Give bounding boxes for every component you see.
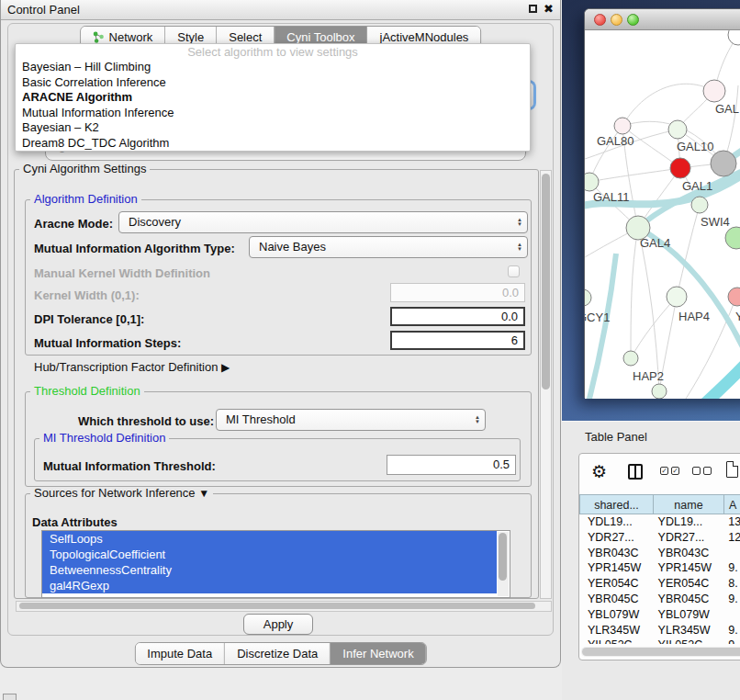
- attribute-item-selected[interactable]: BetweennessCentrality: [42, 562, 497, 578]
- export-table-icon[interactable]: [726, 461, 738, 478]
- cell-name[interactable]: YDR27...: [654, 530, 725, 546]
- column-header-partial[interactable]: A: [723, 494, 740, 514]
- cell-shared-name[interactable]: YBR043C: [579, 546, 654, 561]
- node-swi4[interactable]: [691, 197, 708, 213]
- table-row[interactable]: YBL079W YBL079W: [579, 607, 740, 623]
- cell-name[interactable]: YER054C: [654, 576, 725, 592]
- manual-kernel-checkbox[interactable]: [508, 265, 520, 277]
- network-window-titlebar[interactable]: [585, 9, 740, 30]
- cell-name[interactable]: YBR045C: [654, 592, 725, 607]
- table-row[interactable]: YBR043C YBR043C: [579, 546, 740, 561]
- node-y[interactable]: [728, 288, 740, 306]
- network-canvas[interactable]: GAL GAL80 GAL10 GAL1 GAL11 SWI4 GAL4 GCY…: [585, 30, 740, 399]
- cell-value[interactable]: 9.: [724, 560, 740, 576]
- node-green[interactable]: [725, 227, 740, 249]
- dpi-tolerance-field[interactable]: 0.0: [390, 307, 525, 326]
- cell-name[interactable]: YBL079W: [654, 607, 725, 623]
- table-row[interactable]: YBR045C YBR045C 9.: [579, 592, 740, 607]
- zoom-button[interactable]: [627, 14, 639, 26]
- table-row[interactable]: YDR27... YDR27... 12: [579, 530, 740, 546]
- scrollbar-thumb[interactable]: [499, 533, 507, 581]
- table-horizontal-scrollbar[interactable]: [581, 647, 740, 657]
- cell-shared-name[interactable]: YPR145W: [579, 560, 654, 576]
- cell-shared-name[interactable]: YDR27...: [579, 530, 654, 546]
- node-gray[interactable]: [711, 151, 736, 176]
- gear-icon[interactable]: ⚙: [591, 461, 607, 482]
- node[interactable]: [728, 30, 740, 45]
- cell-shared-name[interactable]: YIL052C: [579, 638, 654, 644]
- algorithm-option[interactable]: Dream8 DC_TDC Algorithm: [16, 136, 530, 152]
- attribute-item-selected[interactable]: TopologicalCoefficient: [42, 547, 497, 562]
- cell-shared-name[interactable]: YDL19...: [579, 514, 654, 530]
- cell-value[interactable]: 12: [724, 530, 740, 546]
- cell-name[interactable]: YLR345W: [654, 623, 725, 638]
- cell-name[interactable]: YBR043C: [654, 546, 725, 561]
- algorithm-option[interactable]: Bayesian – K2: [16, 120, 530, 136]
- node-gal[interactable]: [703, 80, 725, 102]
- settings-vertical-scrollbar[interactable]: [540, 170, 552, 599]
- close-icon[interactable]: ✖: [544, 2, 554, 16]
- close-button[interactable]: [594, 14, 606, 26]
- node-gal10[interactable]: [668, 120, 687, 139]
- table-row[interactable]: YIL052C YIL052C 9: [579, 638, 740, 644]
- node-hap2[interactable]: [623, 351, 638, 366]
- mi-threshold-field[interactable]: 0.5: [387, 455, 516, 475]
- cell-name[interactable]: YPR145W: [654, 560, 725, 576]
- attribute-item-selected[interactable]: gal4RGexp: [42, 578, 497, 593]
- cell-name[interactable]: YDL19...: [654, 514, 725, 530]
- stepper-icon: ▲▼: [517, 218, 522, 227]
- column-header-name[interactable]: name: [653, 494, 724, 514]
- table-row[interactable]: YLR345W YLR345W 9.: [579, 623, 740, 638]
- columns-icon[interactable]: [628, 464, 643, 480]
- algorithm-option-selected[interactable]: ARACNE Algorithm: [16, 90, 530, 106]
- cell-shared-name[interactable]: YBR045C: [579, 592, 654, 607]
- cell-value[interactable]: 9: [724, 638, 740, 644]
- cell-value[interactable]: [724, 607, 740, 623]
- node-hap4[interactable]: [667, 287, 687, 307]
- cell-shared-name[interactable]: YLR345W: [579, 623, 654, 638]
- dock-stub-icon[interactable]: [3, 694, 17, 700]
- minimize-button[interactable]: [611, 14, 622, 26]
- cell-value[interactable]: 9.: [724, 623, 740, 638]
- cell-value[interactable]: 13: [724, 514, 740, 530]
- mi-steps-field[interactable]: 6: [390, 331, 525, 350]
- settings-horizontal-scrollbar[interactable]: [16, 601, 552, 612]
- node-label: GAL4: [640, 236, 670, 250]
- tab-impute-data[interactable]: Impute Data: [135, 643, 225, 664]
- float-window-icon[interactable]: [529, 5, 537, 13]
- tab-discretize-data[interactable]: Discretize Data: [225, 643, 331, 664]
- mi-type-combo[interactable]: Naive Bayes ▲▼: [249, 236, 528, 258]
- select-all-icon[interactable]: ✓✓: [660, 467, 679, 475]
- tab-infer-network[interactable]: Infer Network: [331, 643, 425, 664]
- algorithm-option[interactable]: Mutual Information Inference: [16, 106, 530, 121]
- table-row[interactable]: YER054C YER054C 8.: [579, 576, 740, 592]
- node-gal1[interactable]: [670, 158, 690, 178]
- hub-definition-toggle[interactable]: Hub/Transcription Factor Definition ▶: [34, 360, 230, 374]
- node-gal11[interactable]: [585, 173, 599, 191]
- sources-group-title[interactable]: Sources for Network Inference ▼: [30, 487, 213, 500]
- deselect-all-icon[interactable]: [692, 467, 712, 475]
- attributes-scrollbar[interactable]: [498, 532, 509, 596]
- cell-shared-name[interactable]: YER054C: [579, 576, 654, 592]
- node-gal80[interactable]: [614, 118, 631, 134]
- algorithm-option[interactable]: Basic Correlation Inference: [16, 75, 530, 91]
- cell-value[interactable]: [724, 546, 740, 561]
- scrollbar-thumb[interactable]: [19, 603, 535, 609]
- cell-value[interactable]: 9.: [724, 592, 740, 607]
- cell-value[interactable]: 8.: [724, 576, 740, 592]
- column-header-shared-name[interactable]: shared...: [579, 494, 654, 514]
- node-gcy1[interactable]: [585, 289, 591, 306]
- scrollbar-thumb[interactable]: [582, 648, 740, 656]
- aracne-mode-combo[interactable]: Discovery ▲▼: [118, 211, 528, 233]
- table-row[interactable]: YDL19... YDL19... 13: [579, 514, 740, 530]
- node[interactable]: [652, 384, 667, 399]
- cell-shared-name[interactable]: YBL079W: [579, 607, 654, 623]
- which-threshold-combo[interactable]: MI Threshold ▲▼: [216, 409, 486, 431]
- scrollbar-thumb[interactable]: [542, 174, 550, 390]
- data-attributes-list[interactable]: SelfLoops TopologicalCoefficient Between…: [41, 530, 510, 598]
- algorithm-option[interactable]: Bayesian – Hill Climbing: [16, 60, 530, 75]
- apply-button[interactable]: Apply: [243, 614, 313, 635]
- cell-name[interactable]: YIL052C: [654, 638, 725, 644]
- attribute-item-selected[interactable]: SelfLoops: [42, 531, 497, 547]
- table-row[interactable]: YPR145W YPR145W 9.: [579, 560, 740, 576]
